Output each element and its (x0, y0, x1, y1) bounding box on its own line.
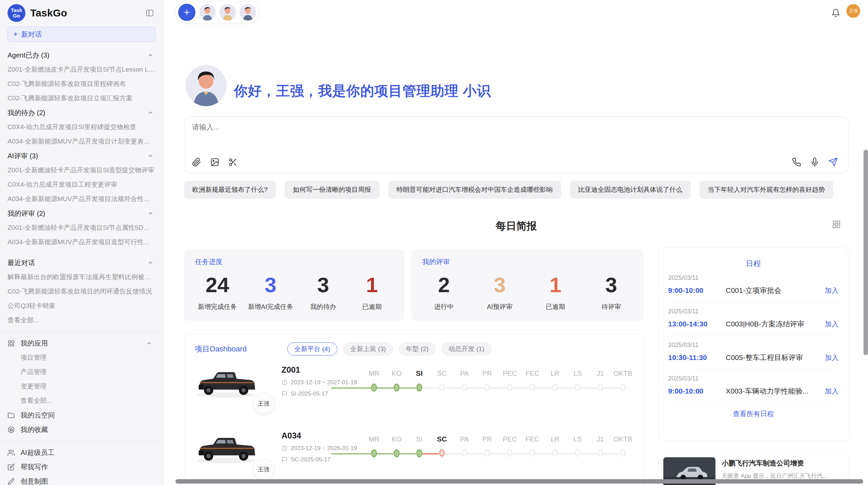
suggestion-chip[interactable]: 比亚迪全固态电池计划具体说了什么 (570, 181, 691, 199)
milestone[interactable]: PR (476, 369, 498, 394)
layout-grid-icon[interactable] (832, 220, 841, 229)
sidebar-item-drawing[interactable]: 创意制图 (8, 474, 156, 485)
stat-item[interactable]: 3 待评审 (592, 273, 630, 311)
send-icon[interactable] (828, 157, 838, 167)
suggestion-chip[interactable]: 当下年轻人对汽车外观有怎样的喜好趋势 (700, 181, 833, 199)
stat-item[interactable]: 1 已逾期 (537, 273, 574, 311)
milestone[interactable]: SC (431, 369, 453, 394)
join-button[interactable]: 加入 (825, 286, 839, 295)
dashboard-tab[interactable]: 年型 (2) (399, 343, 436, 356)
app-item[interactable]: 查看全部... (8, 394, 156, 408)
app-item[interactable]: 项目管理 (8, 350, 156, 365)
scissors-icon[interactable] (228, 158, 238, 167)
stat-item[interactable]: 1 已逾期 (353, 273, 391, 311)
chevron-up-icon[interactable] (146, 340, 154, 346)
recent-chat-item[interactable]: C02-飞腾新能源轻客改款项目的闭环通告反馈情况 (8, 284, 156, 299)
milestone[interactable]: J1 (589, 369, 612, 394)
chevron-up-icon[interactable] (147, 110, 154, 116)
sidebar-item-writing[interactable]: 帮我写作 (8, 460, 156, 474)
milestone[interactable]: LS (566, 369, 589, 394)
milestone[interactable]: MR (363, 369, 385, 394)
sidebar-task-item[interactable]: C0X4-动力总成开发项目SI里程碑提交物检查 (8, 120, 156, 134)
chat-input[interactable] (192, 123, 672, 131)
milestone[interactable]: LR (544, 434, 566, 460)
milestone[interactable]: PA (453, 369, 476, 394)
sidebar-task-item[interactable]: Z001-全新燃油皮卡产品开发项目SI节点Lesson Learn报告 (8, 62, 156, 77)
milestone[interactable]: PEC (498, 369, 521, 394)
horizontal-scrollbar[interactable] (176, 479, 863, 484)
sidebar-item-favorites[interactable]: 我的收藏 (8, 422, 156, 437)
milestone[interactable]: FEC (521, 434, 544, 460)
suggestion-chip[interactable]: 欧洲新规最近颁布了什么? (184, 181, 276, 199)
member-avatar[interactable] (219, 4, 236, 21)
milestone[interactable]: SI (408, 369, 431, 394)
chevron-up-icon[interactable] (147, 52, 154, 58)
milestone[interactable]: LR (544, 369, 566, 394)
chevron-up-icon[interactable] (147, 210, 154, 216)
milestone[interactable]: OKTB (612, 369, 634, 394)
project-name[interactable]: A034 (281, 431, 362, 440)
recent-chat-item[interactable]: 查看全部... (8, 313, 156, 327)
milestone[interactable]: J1 (589, 434, 612, 460)
sidebar-task-item[interactable]: A034-全新新能源MUV产品开发项目计划变更表编写 (8, 134, 156, 149)
sidebar-item-cloud-space[interactable]: 我的云空间 (8, 408, 156, 422)
milestone[interactable]: MR (363, 434, 385, 460)
sidebar-task-item[interactable]: C0X4-动力总成开发项目工程变更评审 (8, 177, 156, 192)
sidebar-section-header[interactable]: 我的待办 (2) (8, 105, 156, 120)
milestone[interactable]: SI (408, 434, 431, 460)
sidebar-task-item[interactable]: A034-全新新能源MUV产品开发项目造型可行性评审 (8, 235, 156, 249)
stat-item[interactable]: 3 新增AI完成任务 (248, 273, 293, 311)
sidebar-item-my-apps[interactable]: 我的应用 (8, 336, 156, 350)
dashboard-tab[interactable]: 动总开发 (1) (441, 343, 492, 356)
bell-icon[interactable] (831, 8, 840, 18)
milestone[interactable]: SC (431, 434, 453, 460)
stat-item[interactable]: 3 我的待办 (304, 273, 342, 311)
view-all-schedule-link[interactable]: 查看所有日程 (668, 409, 839, 419)
sidebar-task-item[interactable]: Z001-全新燃油轻卡产品开发项目SI节点属性5D文件评审 (8, 221, 156, 235)
sidebar-task-item[interactable]: C02-飞腾新能源轻客改款项目里程碑画布 (8, 77, 156, 91)
sidebar-item-ai-staff[interactable]: AI超级员工 (8, 445, 156, 460)
sidebar-task-item[interactable]: A034-全新新能源MUV产品开发项目法规符合性评审 (8, 192, 156, 206)
recent-chat-item[interactable]: 解释最新出台的欧盟报废车法规再生塑料比例被调至15%... (8, 270, 156, 284)
chevron-up-icon[interactable] (147, 153, 154, 159)
milestone[interactable]: PA (453, 434, 476, 460)
stat-item[interactable]: 3 AI预评审 (481, 273, 519, 311)
user-avatar[interactable]: 王强 (846, 4, 860, 18)
milestone[interactable]: LS (566, 434, 589, 460)
join-button[interactable]: 加入 (825, 353, 839, 362)
sidebar-section-header[interactable]: Agent已办 (3) (8, 48, 156, 62)
milestone[interactable]: PR (476, 434, 498, 460)
microphone-icon[interactable] (810, 158, 819, 167)
milestone[interactable]: OKTB (612, 434, 634, 460)
stat-item[interactable]: 24 新增完成任务 (198, 273, 237, 311)
suggestion-chip[interactable]: 如何写一份清晰的项目周报 (285, 181, 379, 199)
milestone[interactable]: KO (385, 369, 408, 394)
panel-collapse-icon[interactable] (145, 9, 154, 17)
dashboard-tab[interactable]: 全新上装 (3) (343, 343, 393, 356)
milestone[interactable]: PEC (498, 434, 521, 460)
vertical-scrollbar[interactable] (864, 150, 868, 355)
recent-chat-item[interactable]: 公司Q3轻卡销量 (8, 299, 156, 313)
milestone[interactable]: KO (385, 434, 408, 460)
member-avatar[interactable] (199, 4, 216, 21)
image-icon[interactable] (210, 158, 219, 167)
member-avatar[interactable] (240, 4, 256, 21)
suggestion-chip[interactable]: 特朗普可能对进口汽车增税会对中国车企造成哪些影响 (388, 181, 561, 199)
join-button[interactable]: 加入 (825, 387, 839, 396)
app-item[interactable]: 变更管理 (8, 379, 156, 394)
chevron-up-icon[interactable] (147, 260, 154, 266)
phone-icon[interactable] (792, 158, 801, 167)
sidebar-section-header[interactable]: 我的评审 (2) (8, 206, 156, 221)
sidebar-task-item[interactable]: C02-飞腾新能源轻客改款项目立项汇报方案 (8, 91, 156, 105)
dashboard-tab[interactable]: 全新平台 (4) (287, 343, 338, 356)
sidebar-task-item[interactable]: Z001-全新燃油轻卡产品开发项目SI造型提交物评审 (8, 163, 156, 177)
app-item[interactable]: 产品管理 (8, 365, 156, 379)
paperclip-icon[interactable] (192, 158, 201, 167)
sidebar-section-header[interactable]: AI评审 (3) (8, 149, 156, 163)
recent-chats-header[interactable]: 最近对话 (8, 256, 156, 270)
add-member-button[interactable] (178, 4, 195, 21)
stat-item[interactable]: 2 进行中 (425, 273, 463, 311)
new-chat-button[interactable]: + 新对话 (8, 27, 156, 42)
project-name[interactable]: Z001 (281, 365, 362, 375)
milestone[interactable]: FEC (521, 369, 544, 394)
